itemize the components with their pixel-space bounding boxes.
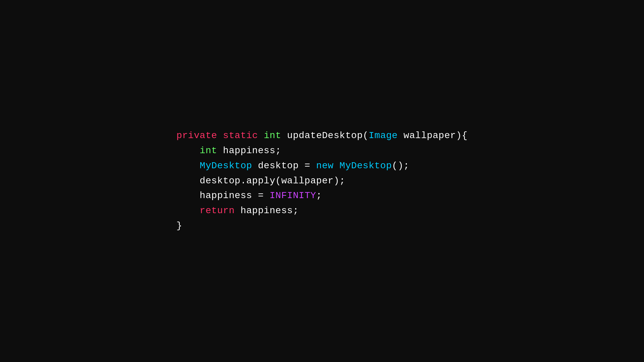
code-line: } <box>176 219 468 234</box>
code-token: happiness; <box>235 205 299 216</box>
code-token <box>176 161 200 171</box>
code-token: desktop = <box>252 161 316 171</box>
code-line: MyDesktop desktop = new MyDesktop(); <box>176 159 468 174</box>
code-token: return <box>200 205 234 216</box>
code-token: updateDesktop( <box>281 130 368 141</box>
code-token: desktop.apply(wallpaper); <box>176 176 345 186</box>
code-token: MyDesktop <box>339 161 392 171</box>
code-token: wallpaper){ <box>398 130 468 141</box>
code-token <box>176 145 200 156</box>
code-token: int <box>200 145 217 156</box>
code-token: ; <box>316 190 322 201</box>
code-token: private <box>176 130 217 141</box>
code-token <box>176 205 200 216</box>
code-token: static <box>223 130 258 141</box>
code-token: } <box>176 221 182 231</box>
code-token: happiness = <box>176 190 270 201</box>
code-token: happiness; <box>217 145 281 156</box>
code-token <box>258 130 264 141</box>
code-token: int <box>264 130 281 141</box>
code-block: private static int updateDesktop(Image w… <box>176 128 468 234</box>
code-token <box>217 130 223 141</box>
code-token: INFINITY <box>270 190 316 201</box>
code-token: Image <box>369 130 398 141</box>
code-line: int happiness; <box>176 143 468 159</box>
code-token: (); <box>392 161 409 171</box>
code-line: happiness = INFINITY; <box>176 188 468 203</box>
code-token <box>334 161 339 171</box>
code-line: desktop.apply(wallpaper); <box>176 174 468 189</box>
code-line: private static int updateDesktop(Image w… <box>176 128 468 143</box>
code-token: MyDesktop <box>200 161 252 171</box>
code-token: new <box>316 161 334 171</box>
code-line: return happiness; <box>176 203 468 219</box>
